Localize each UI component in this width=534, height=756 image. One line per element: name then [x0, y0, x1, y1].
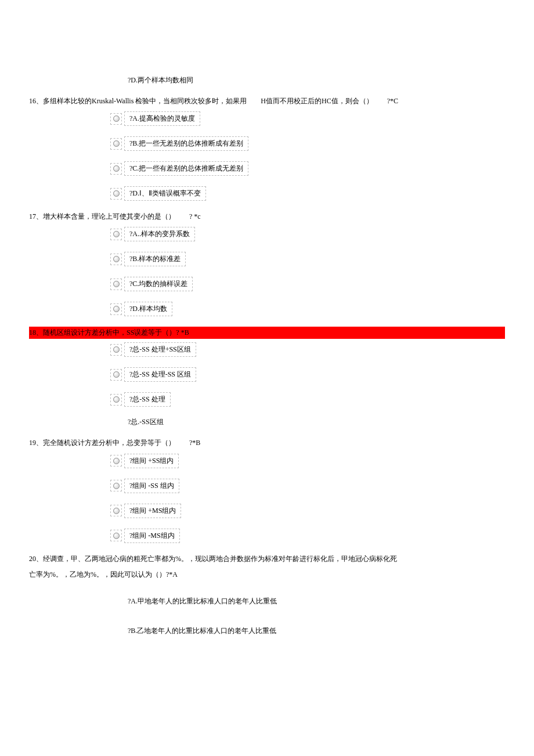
q15-option-d: ?D.两个样本均数相同 [128, 75, 505, 85]
option-text: ?总-SS 处理-SS 区组 [129, 370, 191, 379]
q20-option-b: ?B.乙地老年人的比重比标准人口的老年人比重低 [128, 626, 505, 636]
q16-option-d: ?D.Ⅰ、Ⅱ类错误概率不变 [110, 186, 505, 201]
radio-icon[interactable] [110, 254, 122, 265]
option-text-box: ?组间 +SS组内 [124, 454, 179, 468]
option-text: ?D.样本均数 [129, 304, 167, 314]
option-text: ?总-SS 处理+SS区组 [129, 345, 191, 355]
q16-option-c: ?C.把一些有差别的总体推断成无差别 [110, 161, 505, 176]
q16-option-b: ?B.把一些无差别的总体推断成有差别 [110, 136, 505, 151]
radio-icon[interactable] [110, 303, 122, 315]
q18-text-highlight: 18、随机区组设计方差分析中，SS误差等于（）? *B [29, 327, 505, 339]
option-text: ?B.样本的标准差 [129, 254, 181, 264]
q16-option-a: ?A.提高检验的灵敏度 [110, 111, 505, 126]
radio-icon[interactable] [110, 229, 122, 240]
option-text: ?D.两个样本均数相同 [128, 75, 193, 85]
option-text-box: ?D.样本均数 [124, 302, 172, 316]
q17-option-c: ?C.均数的抽样误差 [110, 277, 505, 291]
option-text-box: ?组间 -SS 组内 [124, 479, 179, 493]
option-text: ?B.乙地老年人的比重比标准人口的老年人比重低 [128, 626, 276, 636]
option-text: ?A.甲地老年人的比重比标准人口的老年人比重低 [128, 596, 277, 606]
option-text-box: ?总-SS 处理-SS 区组 [124, 367, 196, 382]
q17-option-d: ?D.样本均数 [110, 302, 505, 316]
option-text: ?A.提高检验的灵敏度 [129, 114, 195, 124]
option-text-box: ?组间 -MS组内 [124, 529, 180, 543]
q18-text: 18、随机区组设计方差分析中，SS误差等于（）? *B [29, 328, 189, 337]
option-text-box: ?C.把一些有差别的总体推断成无差别 [124, 161, 248, 176]
option-text-box: ?B.样本的标准差 [124, 252, 186, 266]
q16-text: 16、多组样本比较的Kruskal-Wallis 检验中，当相同秩次较多时，如果… [29, 96, 505, 107]
option-text-box: ?总-SS 处理 [124, 392, 171, 407]
option-text-box: ?B.把一些无差别的总体推断成有差别 [124, 136, 248, 151]
q18-option-b: ?总-SS 处理-SS 区组 [110, 367, 505, 382]
radio-icon[interactable] [110, 344, 122, 356]
q20-text-line1: 20、经调查，甲、乙两地冠心病的粗死亡率都为%。，现以两地合并数据作为标准对年龄… [29, 554, 505, 565]
q19-option-d: ?组间 -MS组内 [110, 529, 505, 543]
radio-icon[interactable] [110, 188, 122, 200]
option-text-box: ?组间 +MS组内 [124, 504, 181, 518]
radio-icon[interactable] [110, 113, 122, 125]
option-text-box: ?总-SS 处理+SS区组 [124, 342, 196, 357]
option-text-box: ?A.提高检验的灵敏度 [124, 111, 200, 126]
option-text: ?A..样本的变异系数 [129, 229, 190, 239]
option-text-box: ?C.均数的抽样误差 [124, 277, 193, 291]
option-text: ?组间 -SS 组内 [129, 481, 174, 491]
option-text-box: ?D.Ⅰ、Ⅱ类错误概率不变 [124, 186, 206, 201]
q18-option-d: ?总.-SS区组 [128, 417, 505, 427]
option-text: ?组间 -MS组内 [129, 531, 175, 541]
option-text: ?总.-SS区组 [128, 417, 164, 427]
radio-icon[interactable] [110, 163, 122, 175]
q18-option-c: ?总-SS 处理 [110, 392, 505, 407]
q20-text-line2: 亡率为%。，乙地为%。，因此可以认为（）?*A [29, 569, 505, 580]
option-text: ?组间 +SS组内 [129, 456, 174, 466]
q19-option-c: ?组间 +MS组内 [110, 504, 505, 518]
radio-icon[interactable] [110, 530, 122, 541]
q17-option-a: ?A..样本的变异系数 [110, 227, 505, 241]
q19-option-a: ?组间 +SS组内 [110, 454, 505, 468]
option-text: ?组间 +MS组内 [129, 506, 176, 516]
radio-icon[interactable] [110, 480, 122, 491]
radio-icon[interactable] [110, 505, 122, 516]
option-text-box: ?A..样本的变异系数 [124, 227, 195, 241]
q17-text: 17、增大样本含量，理论上可使其变小的是（） ? *c [29, 211, 505, 222]
q18-option-a: ?总-SS 处理+SS区组 [110, 342, 505, 357]
q17-option-b: ?B.样本的标准差 [110, 252, 505, 266]
q19-text: 19、完全随机设计方差分析中，总变异等于（） ?*B [29, 437, 505, 448]
q19-option-b: ?组间 -SS 组内 [110, 479, 505, 493]
q20-option-a: ?A.甲地老年人的比重比标准人口的老年人比重低 [128, 596, 505, 606]
option-text: ?C.均数的抽样误差 [129, 279, 187, 289]
radio-icon[interactable] [110, 455, 122, 466]
option-text: ?总-SS 处理 [129, 395, 165, 404]
radio-icon[interactable] [110, 394, 122, 406]
radio-icon[interactable] [110, 138, 122, 150]
radio-icon[interactable] [110, 369, 122, 381]
option-text: ?D.Ⅰ、Ⅱ类错误概率不变 [129, 189, 201, 198]
option-text: ?B.把一些无差别的总体推断成有差别 [129, 139, 243, 149]
option-text: ?C.把一些有差别的总体推断成无差别 [129, 164, 243, 173]
radio-icon[interactable] [110, 278, 122, 290]
